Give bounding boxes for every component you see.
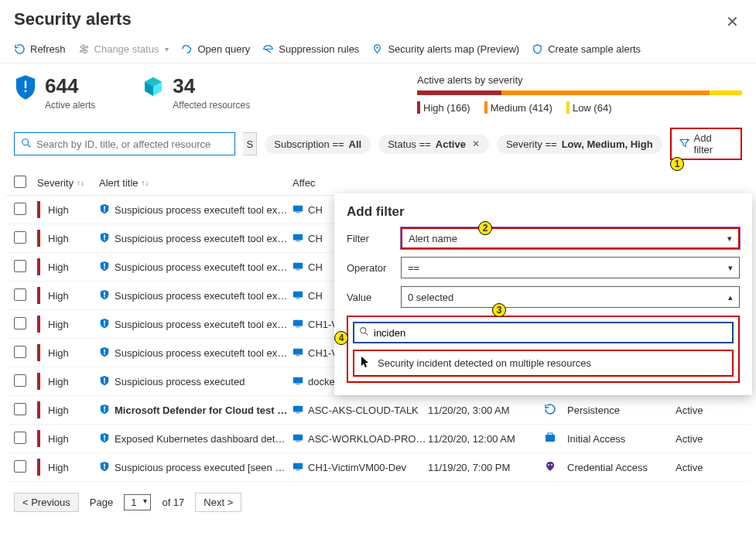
svg-line-4 <box>28 144 31 147</box>
svg-rect-43 <box>293 405 303 411</box>
filter-pill-status[interactable]: Status == Active ✕ <box>378 135 489 154</box>
search-field[interactable] <box>36 138 228 150</box>
row-checkbox[interactable] <box>14 203 26 215</box>
svg-line-58 <box>365 333 368 335</box>
alert-shield-icon <box>99 203 110 217</box>
severity-mark <box>37 201 40 218</box>
svg-rect-31 <box>293 348 303 354</box>
title-cell: Suspicious process executeft tool ex… <box>99 232 292 245</box>
tactic-cell: Initial Access <box>567 433 676 445</box>
row-checkbox[interactable] <box>14 432 26 444</box>
remove-filter-icon[interactable]: ✕ <box>472 138 480 149</box>
refresh-button[interactable]: Refresh <box>14 43 66 55</box>
alert-shield-icon <box>99 375 110 388</box>
select-all-checkbox[interactable] <box>14 176 26 188</box>
tactic-icon <box>544 403 567 418</box>
svg-rect-37 <box>293 377 303 383</box>
col-resource[interactable]: Affec <box>292 177 428 189</box>
col-severity[interactable]: Severity↑↓ <box>37 177 99 189</box>
row-checkbox[interactable] <box>14 374 26 387</box>
prev-button[interactable]: < Previous <box>14 493 79 512</box>
add-filter-button[interactable]: Add filter <box>670 128 742 160</box>
open-query-button[interactable]: Open query <box>181 43 250 55</box>
title-cell: Suspicious process executeft tool ex… <box>99 289 292 302</box>
suppression-button[interactable]: Suppression rules <box>262 43 359 55</box>
alert-shield-icon <box>99 289 110 302</box>
svg-rect-50 <box>548 433 552 435</box>
vm-icon <box>292 203 303 217</box>
page-select[interactable]: 1 <box>124 494 151 510</box>
chevron-down-icon: ▾ <box>727 234 732 244</box>
row-checkbox[interactable] <box>14 288 26 301</box>
change-status-button[interactable]: Change status ▾ <box>78 43 169 55</box>
row-checkbox[interactable] <box>14 346 26 358</box>
status-cell: Active <box>676 405 722 416</box>
table-row[interactable]: High Suspicious process executed [seen …… <box>6 453 750 482</box>
row-checkbox[interactable] <box>14 260 26 272</box>
vm-icon <box>292 261 303 274</box>
severity-mark <box>37 230 40 247</box>
value-select[interactable]: 0 selected ▴ <box>401 286 740 308</box>
value-search[interactable] <box>353 322 734 343</box>
filter-pill-subscription[interactable]: Subscription == All <box>265 135 371 154</box>
suppression-label: Suppression rules <box>279 43 359 55</box>
filter-field-select[interactable]: Alert name ▾ <box>401 227 740 249</box>
severity-mark <box>37 344 40 361</box>
severity-title: Active alerts by severity <box>417 74 742 86</box>
severity-mark <box>37 401 40 418</box>
next-button[interactable]: Next > <box>195 493 241 512</box>
table-row[interactable]: High Exposed Kubernetes dashboard det… A… <box>6 425 750 453</box>
resources-label: Affected resources <box>173 100 250 111</box>
severity-mark <box>37 258 40 275</box>
time-cell: 11/19/20, 7:00 PM <box>428 462 544 473</box>
alert-shield-icon <box>99 404 110 417</box>
sample-alerts-button[interactable]: Create sample alerts <box>532 43 641 55</box>
svg-rect-44 <box>296 412 299 413</box>
svg-point-55 <box>548 464 549 466</box>
filter-pill-severity[interactable]: Severity == Low, Medium, High <box>497 135 662 154</box>
svg-rect-9 <box>293 205 303 211</box>
partial-button[interactable]: S <box>243 132 257 155</box>
alert-shield-icon <box>99 346 110 360</box>
row-checkbox[interactable] <box>14 460 26 473</box>
table-row[interactable]: High Microsoft Defender for Cloud test a… <box>6 396 750 425</box>
suppression-icon <box>262 43 274 55</box>
refresh-icon <box>14 43 26 55</box>
status-cell: Active <box>676 462 722 473</box>
svg-rect-11 <box>104 234 105 237</box>
value-option[interactable]: Security incident detected on multiple r… <box>353 350 734 377</box>
svg-rect-30 <box>104 353 105 354</box>
page-of: of 17 <box>162 497 184 508</box>
operator-select[interactable]: == ▾ <box>401 257 740 278</box>
svg-rect-22 <box>296 298 299 299</box>
row-checkbox[interactable] <box>14 403 26 415</box>
cursor-icon <box>361 356 371 370</box>
svg-rect-38 <box>296 384 299 384</box>
title-cell: Suspicious process executeft tool ex… <box>99 203 292 217</box>
svg-rect-53 <box>293 463 303 469</box>
svg-rect-47 <box>293 434 303 440</box>
severity-cell: High <box>48 319 99 330</box>
callout-3: 3 <box>492 303 506 317</box>
search-input[interactable] <box>14 132 235 155</box>
svg-rect-36 <box>104 381 105 383</box>
refresh-label: Refresh <box>30 43 66 55</box>
callout-1: 1 <box>670 157 684 171</box>
col-title[interactable]: Alert title↑↓ <box>99 177 292 189</box>
status-cell: Active <box>676 433 722 445</box>
svg-rect-42 <box>104 410 105 411</box>
title-cell: Suspicious process executed <box>99 375 292 388</box>
tactic-icon <box>544 460 567 475</box>
vm-icon <box>292 289 303 302</box>
title-cell: Suspicious process executeft tool ex… <box>99 261 292 274</box>
title-cell: Suspicious process executed [seen … <box>99 461 292 474</box>
alerts-map-button[interactable]: Security alerts map (Preview) <box>371 43 519 55</box>
row-checkbox[interactable] <box>14 317 26 329</box>
close-icon[interactable]: ✕ <box>723 9 742 34</box>
severity-mark <box>37 373 40 390</box>
shield-alert-icon <box>14 74 37 103</box>
row-checkbox[interactable] <box>14 231 26 244</box>
svg-rect-52 <box>104 467 105 469</box>
value-search-field[interactable] <box>374 327 727 339</box>
severity-bar <box>417 90 742 95</box>
